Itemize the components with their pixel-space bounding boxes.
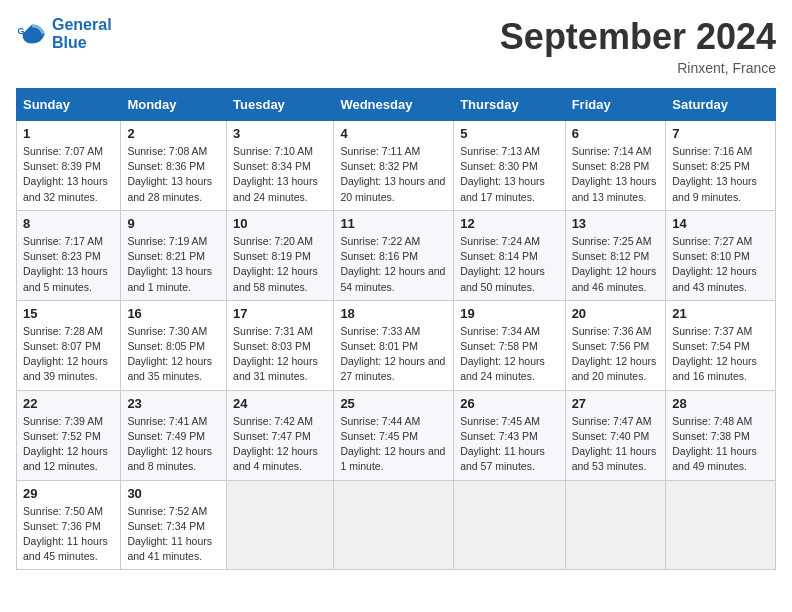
day-info: Sunrise: 7:14 AMSunset: 8:28 PMDaylight:…: [572, 144, 660, 205]
day-info: Sunrise: 7:39 AMSunset: 7:52 PMDaylight:…: [23, 414, 114, 475]
day-number: 8: [23, 216, 114, 231]
day-number: 9: [127, 216, 220, 231]
day-info: Sunrise: 7:30 AMSunset: 8:05 PMDaylight:…: [127, 324, 220, 385]
calendar-week-row: 15Sunrise: 7:28 AMSunset: 8:07 PMDayligh…: [17, 300, 776, 390]
calendar-cell: [666, 480, 776, 570]
calendar-cell: 6Sunrise: 7:14 AMSunset: 8:28 PMDaylight…: [565, 121, 666, 211]
calendar-cell: 13Sunrise: 7:25 AMSunset: 8:12 PMDayligh…: [565, 210, 666, 300]
day-number: 26: [460, 396, 558, 411]
day-number: 13: [572, 216, 660, 231]
day-info: Sunrise: 7:45 AMSunset: 7:43 PMDaylight:…: [460, 414, 558, 475]
calendar-cell: 26Sunrise: 7:45 AMSunset: 7:43 PMDayligh…: [454, 390, 565, 480]
calendar-cell: 10Sunrise: 7:20 AMSunset: 8:19 PMDayligh…: [227, 210, 334, 300]
calendar-cell: 24Sunrise: 7:42 AMSunset: 7:47 PMDayligh…: [227, 390, 334, 480]
day-number: 5: [460, 126, 558, 141]
day-number: 24: [233, 396, 327, 411]
day-info: Sunrise: 7:10 AMSunset: 8:34 PMDaylight:…: [233, 144, 327, 205]
calendar-header-row: SundayMondayTuesdayWednesdayThursdayFrid…: [17, 89, 776, 121]
day-info: Sunrise: 7:16 AMSunset: 8:25 PMDaylight:…: [672, 144, 769, 205]
day-number: 4: [340, 126, 447, 141]
calendar-cell: 12Sunrise: 7:24 AMSunset: 8:14 PMDayligh…: [454, 210, 565, 300]
day-number: 2: [127, 126, 220, 141]
logo: G General Blue: [16, 16, 112, 51]
calendar-cell: 30Sunrise: 7:52 AMSunset: 7:34 PMDayligh…: [121, 480, 227, 570]
calendar-cell: 25Sunrise: 7:44 AMSunset: 7:45 PMDayligh…: [334, 390, 454, 480]
calendar-cell: 8Sunrise: 7:17 AMSunset: 8:23 PMDaylight…: [17, 210, 121, 300]
day-info: Sunrise: 7:20 AMSunset: 8:19 PMDaylight:…: [233, 234, 327, 295]
day-info: Sunrise: 7:34 AMSunset: 7:58 PMDaylight:…: [460, 324, 558, 385]
day-info: Sunrise: 7:24 AMSunset: 8:14 PMDaylight:…: [460, 234, 558, 295]
header-monday: Monday: [121, 89, 227, 121]
calendar-week-row: 1Sunrise: 7:07 AMSunset: 8:39 PMDaylight…: [17, 121, 776, 211]
calendar-cell: 19Sunrise: 7:34 AMSunset: 7:58 PMDayligh…: [454, 300, 565, 390]
calendar-cell: [565, 480, 666, 570]
svg-text:G: G: [18, 26, 25, 36]
day-info: Sunrise: 7:08 AMSunset: 8:36 PMDaylight:…: [127, 144, 220, 205]
day-number: 11: [340, 216, 447, 231]
calendar-cell: 17Sunrise: 7:31 AMSunset: 8:03 PMDayligh…: [227, 300, 334, 390]
calendar-week-row: 8Sunrise: 7:17 AMSunset: 8:23 PMDaylight…: [17, 210, 776, 300]
calendar-cell: 14Sunrise: 7:27 AMSunset: 8:10 PMDayligh…: [666, 210, 776, 300]
calendar-cell: 27Sunrise: 7:47 AMSunset: 7:40 PMDayligh…: [565, 390, 666, 480]
calendar-cell: 21Sunrise: 7:37 AMSunset: 7:54 PMDayligh…: [666, 300, 776, 390]
day-number: 29: [23, 486, 114, 501]
page-header: G General Blue September 2024 Rinxent, F…: [16, 16, 776, 76]
day-info: Sunrise: 7:41 AMSunset: 7:49 PMDaylight:…: [127, 414, 220, 475]
day-number: 27: [572, 396, 660, 411]
day-info: Sunrise: 7:31 AMSunset: 8:03 PMDaylight:…: [233, 324, 327, 385]
day-number: 16: [127, 306, 220, 321]
day-info: Sunrise: 7:17 AMSunset: 8:23 PMDaylight:…: [23, 234, 114, 295]
day-number: 17: [233, 306, 327, 321]
header-tuesday: Tuesday: [227, 89, 334, 121]
header-sunday: Sunday: [17, 89, 121, 121]
calendar-cell: 4Sunrise: 7:11 AMSunset: 8:32 PMDaylight…: [334, 121, 454, 211]
calendar-cell: 29Sunrise: 7:50 AMSunset: 7:36 PMDayligh…: [17, 480, 121, 570]
day-number: 10: [233, 216, 327, 231]
logo-icon: G: [16, 18, 48, 50]
day-number: 30: [127, 486, 220, 501]
day-number: 23: [127, 396, 220, 411]
day-info: Sunrise: 7:25 AMSunset: 8:12 PMDaylight:…: [572, 234, 660, 295]
calendar-cell: 22Sunrise: 7:39 AMSunset: 7:52 PMDayligh…: [17, 390, 121, 480]
day-info: Sunrise: 7:52 AMSunset: 7:34 PMDaylight:…: [127, 504, 220, 565]
calendar-cell: [227, 480, 334, 570]
day-info: Sunrise: 7:48 AMSunset: 7:38 PMDaylight:…: [672, 414, 769, 475]
calendar-cell: 23Sunrise: 7:41 AMSunset: 7:49 PMDayligh…: [121, 390, 227, 480]
day-number: 25: [340, 396, 447, 411]
calendar-week-row: 29Sunrise: 7:50 AMSunset: 7:36 PMDayligh…: [17, 480, 776, 570]
header-saturday: Saturday: [666, 89, 776, 121]
day-info: Sunrise: 7:11 AMSunset: 8:32 PMDaylight:…: [340, 144, 447, 205]
calendar-cell: 3Sunrise: 7:10 AMSunset: 8:34 PMDaylight…: [227, 121, 334, 211]
calendar-cell: [334, 480, 454, 570]
calendar-cell: 1Sunrise: 7:07 AMSunset: 8:39 PMDaylight…: [17, 121, 121, 211]
day-info: Sunrise: 7:47 AMSunset: 7:40 PMDaylight:…: [572, 414, 660, 475]
day-number: 7: [672, 126, 769, 141]
day-info: Sunrise: 7:13 AMSunset: 8:30 PMDaylight:…: [460, 144, 558, 205]
calendar-cell: 2Sunrise: 7:08 AMSunset: 8:36 PMDaylight…: [121, 121, 227, 211]
day-number: 15: [23, 306, 114, 321]
day-info: Sunrise: 7:37 AMSunset: 7:54 PMDaylight:…: [672, 324, 769, 385]
month-title: September 2024: [500, 16, 776, 58]
calendar-cell: 16Sunrise: 7:30 AMSunset: 8:05 PMDayligh…: [121, 300, 227, 390]
calendar-cell: 20Sunrise: 7:36 AMSunset: 7:56 PMDayligh…: [565, 300, 666, 390]
day-number: 21: [672, 306, 769, 321]
header-friday: Friday: [565, 89, 666, 121]
calendar-week-row: 22Sunrise: 7:39 AMSunset: 7:52 PMDayligh…: [17, 390, 776, 480]
calendar-table: SundayMondayTuesdayWednesdayThursdayFrid…: [16, 88, 776, 570]
header-wednesday: Wednesday: [334, 89, 454, 121]
day-number: 19: [460, 306, 558, 321]
day-number: 1: [23, 126, 114, 141]
day-number: 22: [23, 396, 114, 411]
calendar-cell: 7Sunrise: 7:16 AMSunset: 8:25 PMDaylight…: [666, 121, 776, 211]
logo-text: General Blue: [52, 16, 112, 51]
calendar-cell: 28Sunrise: 7:48 AMSunset: 7:38 PMDayligh…: [666, 390, 776, 480]
day-info: Sunrise: 7:33 AMSunset: 8:01 PMDaylight:…: [340, 324, 447, 385]
day-info: Sunrise: 7:27 AMSunset: 8:10 PMDaylight:…: [672, 234, 769, 295]
day-info: Sunrise: 7:50 AMSunset: 7:36 PMDaylight:…: [23, 504, 114, 565]
day-number: 20: [572, 306, 660, 321]
calendar-cell: 9Sunrise: 7:19 AMSunset: 8:21 PMDaylight…: [121, 210, 227, 300]
header-thursday: Thursday: [454, 89, 565, 121]
day-number: 18: [340, 306, 447, 321]
day-info: Sunrise: 7:42 AMSunset: 7:47 PMDaylight:…: [233, 414, 327, 475]
calendar-cell: [454, 480, 565, 570]
